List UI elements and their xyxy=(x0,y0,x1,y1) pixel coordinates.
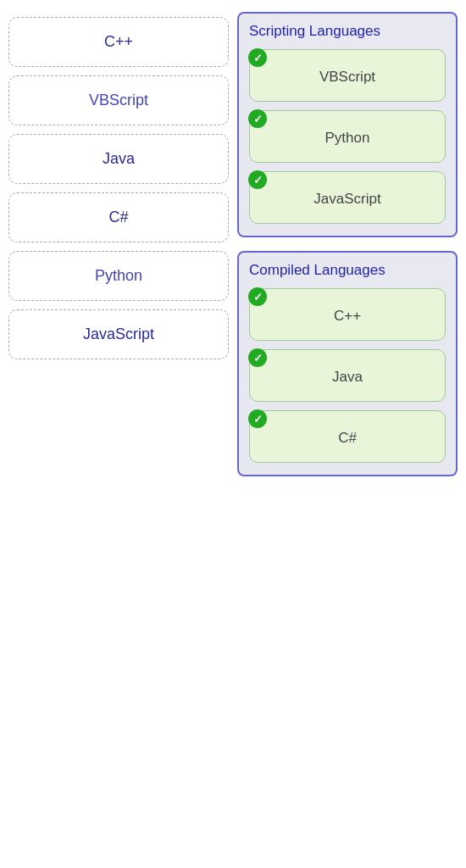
drop-zone-scripting[interactable]: Scripting Languages✓VBScript✓Python✓Java… xyxy=(237,12,458,237)
check-icon: ✓ xyxy=(248,48,267,67)
dropped-item-label: VBScript xyxy=(319,69,375,85)
check-icon: ✓ xyxy=(248,409,267,428)
dropped-item-java: ✓Java xyxy=(249,349,446,402)
drop-zone-container: Scripting Languages✓VBScript✓Python✓Java… xyxy=(237,8,458,860)
drop-zone-compiled[interactable]: Compiled Languages✓C++✓Java✓C# xyxy=(237,251,458,476)
check-icon: ✓ xyxy=(248,287,267,306)
dropped-item-vbscript: ✓VBScript xyxy=(249,49,446,102)
dropped-item-label: JavaScript xyxy=(313,191,380,207)
source-item-vbscript[interactable]: VBScript xyxy=(8,75,229,125)
dropped-item-python: ✓Python xyxy=(249,110,446,163)
dropped-item-csharp: ✓C# xyxy=(249,410,446,463)
dropped-item-label: Python xyxy=(325,130,370,146)
dropped-item-javascript: ✓JavaScript xyxy=(249,171,446,224)
dropped-item-label: Java xyxy=(332,369,363,385)
check-icon: ✓ xyxy=(248,109,267,128)
dropped-item-label: C++ xyxy=(334,308,361,324)
source-item-javascript[interactable]: JavaScript xyxy=(8,309,229,359)
drop-zone-items-scripting: ✓VBScript✓Python✓JavaScript xyxy=(249,49,446,224)
drop-zone-title-scripting: Scripting Languages xyxy=(249,22,446,41)
source-item-python[interactable]: Python xyxy=(8,251,229,301)
dropped-item-label: C# xyxy=(338,430,357,446)
drop-zone-items-compiled: ✓C++✓Java✓C# xyxy=(249,288,446,463)
check-icon: ✓ xyxy=(248,170,267,189)
drop-zone-title-compiled: Compiled Languages xyxy=(249,261,446,280)
source-item-java[interactable]: Java xyxy=(8,134,229,184)
source-list: C++VBScriptJavaC#PythonJavaScript xyxy=(8,8,229,860)
source-item-cpp[interactable]: C++ xyxy=(8,17,229,67)
source-item-csharp[interactable]: C# xyxy=(8,192,229,242)
check-icon: ✓ xyxy=(248,348,267,367)
dropped-item-cpp: ✓C++ xyxy=(249,288,446,341)
